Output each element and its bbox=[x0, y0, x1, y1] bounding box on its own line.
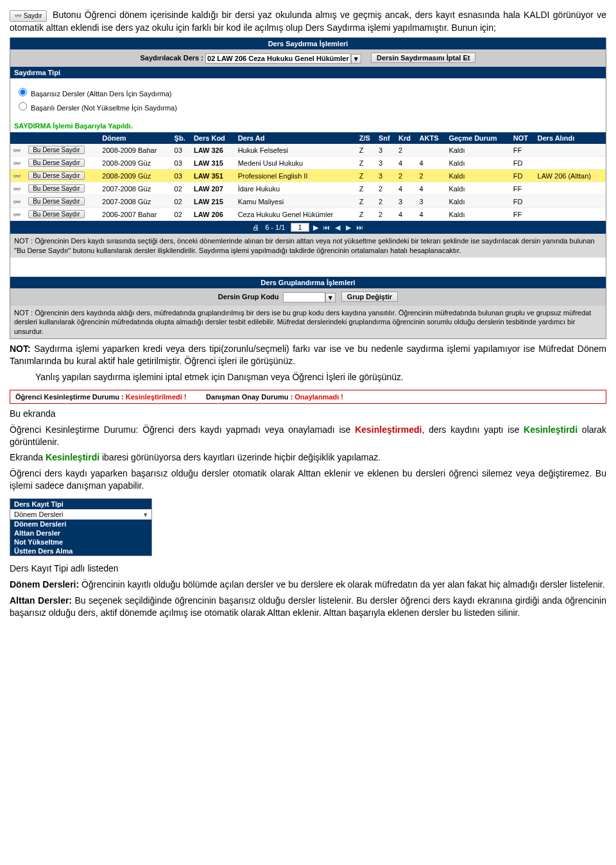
cell: 03 bbox=[172, 157, 191, 170]
grup-degistir-button[interactable]: Grup Değiştir bbox=[341, 292, 398, 302]
bu-derse-saydir-button[interactable]: Bu Derse Saydır bbox=[28, 146, 84, 154]
cell: 02 bbox=[172, 195, 191, 208]
cell: FD bbox=[511, 195, 535, 208]
dk-option[interactable]: Alttan Dersler bbox=[10, 529, 151, 537]
radio-basarili[interactable] bbox=[19, 102, 27, 110]
col-header bbox=[10, 132, 26, 144]
saydir-topbar: Saydırılacak Ders : 02 LAW 206 Ceza Huku… bbox=[10, 49, 606, 67]
saydir-ders-select[interactable]: 02 LAW 206 Ceza Hukuku Genel Hükümler bbox=[205, 53, 351, 64]
cell: 2 bbox=[376, 208, 396, 221]
cell: Z bbox=[357, 208, 376, 221]
status-strip: Öğrenci Kesinleştirme Durumu : Kesinleşt… bbox=[10, 390, 606, 404]
cell bbox=[535, 157, 606, 170]
bu-ekranda: Bu ekranda bbox=[10, 408, 606, 420]
cell: 4 bbox=[396, 208, 417, 221]
cell: Kaldı bbox=[446, 182, 510, 195]
dk-option[interactable]: Dönem Dersleri bbox=[10, 520, 151, 529]
cell: Kaldı bbox=[446, 208, 510, 221]
pager-first-icon[interactable]: ⏮ bbox=[322, 223, 331, 231]
cell: LAW 326 bbox=[191, 144, 235, 157]
dk-options: Dönem DersleriAlttan DerslerNot Yükseltm… bbox=[10, 520, 151, 555]
cell bbox=[417, 144, 447, 157]
dropdown-icon[interactable]: ▾ bbox=[325, 293, 336, 302]
col-header: Ders Kod bbox=[191, 132, 235, 144]
eyeglasses-icon: 👓 bbox=[13, 147, 21, 154]
pager-go-icon[interactable]: ▶ bbox=[313, 223, 318, 231]
cell: 2007-2008 Güz bbox=[99, 195, 171, 208]
pager-next-icon[interactable]: ▶ bbox=[344, 223, 353, 232]
iptal-et-button[interactable]: Dersin Saydırmasını İptal Et bbox=[371, 53, 476, 63]
dk-header: Ders Kayıt Tipi bbox=[10, 499, 151, 509]
cell: Ceza Hukuku Genel Hükümler bbox=[235, 208, 357, 221]
note-saydirma: NOT : Öğrencinin Ders kaydı sırasında se… bbox=[10, 234, 606, 258]
grup-title: Ders Gruplandırma İşlemleri bbox=[10, 277, 606, 288]
ders-kayit-tipi-dropdown[interactable]: Ders Kayıt Tipi Dönem Dersleri▾ Dönem De… bbox=[10, 498, 152, 556]
bu-derse-saydir-button[interactable]: Bu Derse Saydır bbox=[28, 159, 84, 167]
ekranda-explain: Ekranda Kesinleştirdi ibaresi görünüyors… bbox=[10, 451, 606, 464]
table-row: 👓Bu Derse Saydır2008-2009 Güz03LAW 315Me… bbox=[10, 157, 606, 170]
cell: Z bbox=[357, 182, 376, 195]
cell: 2008-2009 Güz bbox=[99, 157, 171, 170]
eyeglasses-icon: 👓 bbox=[13, 160, 21, 167]
pager-last-icon[interactable]: ⏭ bbox=[355, 223, 364, 231]
dropdown-icon[interactable]: ▾ bbox=[351, 54, 361, 64]
cell: Z bbox=[357, 195, 376, 208]
eyeglasses-icon: 👓 bbox=[13, 186, 21, 193]
cell: 2007-2008 Güz bbox=[99, 182, 171, 195]
dk-option[interactable]: Not Yükseltme bbox=[10, 537, 151, 546]
donem-dersleri-explain: Dönem Dersleri: Öğrencinin kayıtlı olduğ… bbox=[10, 579, 606, 591]
cell: 2008-2009 Bahar bbox=[99, 144, 171, 157]
pager-page-input[interactable]: 1 bbox=[291, 223, 309, 232]
cell bbox=[535, 182, 606, 195]
kesinlestirme-value: Kesinleştirilmedi ! bbox=[126, 393, 187, 401]
dk-selected[interactable]: Dönem Dersleri▾ bbox=[10, 509, 151, 520]
cell: 4 bbox=[417, 182, 447, 195]
cell: Kaldı bbox=[446, 157, 510, 170]
cell: 3 bbox=[376, 170, 396, 182]
print-icon[interactable]: 🖨 bbox=[252, 223, 259, 231]
cell: LAW 207 bbox=[191, 182, 235, 195]
cell: 4 bbox=[417, 208, 447, 221]
eyeglasses-icon: 👓 bbox=[14, 12, 22, 19]
table-row: 👓Bu Derse Saydır2008-2009 Bahar03LAW 326… bbox=[10, 144, 606, 157]
ders-table: DönemŞb.Ders KodDers AdZ/SSnfKrdAKTSGeçm… bbox=[10, 132, 606, 221]
cell: Professionel English II bbox=[235, 170, 357, 182]
onay-label: Danışman Onay Durumu : bbox=[206, 393, 295, 401]
radio-basarisiz[interactable] bbox=[19, 88, 27, 96]
table-row: 👓Bu Derse Saydır2006-2007 Bahar02LAW 206… bbox=[10, 208, 606, 221]
bu-derse-saydir-button[interactable]: Bu Derse Saydır bbox=[28, 184, 84, 193]
cell: Kaldı bbox=[446, 195, 510, 208]
cell: 2 bbox=[417, 170, 447, 182]
cell: LAW 315 bbox=[191, 157, 235, 170]
table-row: 👓Bu Derse Saydır2007-2008 Güz02LAW 215Ka… bbox=[10, 195, 606, 208]
bu-derse-saydir-button[interactable]: Bu Derse Saydır bbox=[28, 210, 84, 218]
ders-saydirma-panel: Ders Saydırma İşlemleri Saydırılacak Der… bbox=[10, 37, 606, 339]
cell bbox=[535, 208, 606, 221]
cell: LAW 351 bbox=[191, 170, 235, 182]
col-header: AKTS bbox=[417, 132, 447, 144]
cell: 2008-2009 Güz bbox=[99, 170, 171, 182]
cell: 2 bbox=[396, 144, 417, 157]
col-header: Ders Alındı bbox=[535, 132, 606, 144]
cell: Medeni Usul Hukuku bbox=[235, 157, 357, 170]
chevron-down-icon: ▾ bbox=[144, 511, 148, 519]
bu-derse-saydir-button[interactable]: Bu Derse Saydır bbox=[28, 197, 84, 205]
cell: FD bbox=[511, 157, 535, 170]
dk-option[interactable]: Üstten Ders Alma bbox=[10, 546, 151, 555]
radio-basarili-label: Başarılı Dersler (Not Yükseltme İçin Say… bbox=[31, 104, 177, 112]
cell: 03 bbox=[172, 170, 191, 182]
pager-prev-icon[interactable]: ◀ bbox=[333, 223, 342, 232]
cell: Z bbox=[357, 157, 376, 170]
bu-derse-saydir-button[interactable]: Bu Derse Saydır bbox=[28, 171, 84, 180]
panel-title: Ders Saydırma İşlemleri bbox=[10, 38, 606, 49]
table-row: 👓Bu Derse Saydır2008-2009 Güz03LAW 351Pr… bbox=[10, 170, 606, 182]
cell: 4 bbox=[417, 157, 447, 170]
cell bbox=[535, 144, 606, 157]
col-header: Şb. bbox=[172, 132, 191, 144]
grup-select[interactable] bbox=[283, 292, 325, 302]
col-header: Dönem bbox=[99, 132, 171, 144]
cell: LAW 215 bbox=[191, 195, 235, 208]
cell: Kaldı bbox=[446, 170, 510, 182]
grup-label: Dersin Grup Kodu bbox=[218, 293, 279, 301]
col-header bbox=[26, 132, 99, 144]
